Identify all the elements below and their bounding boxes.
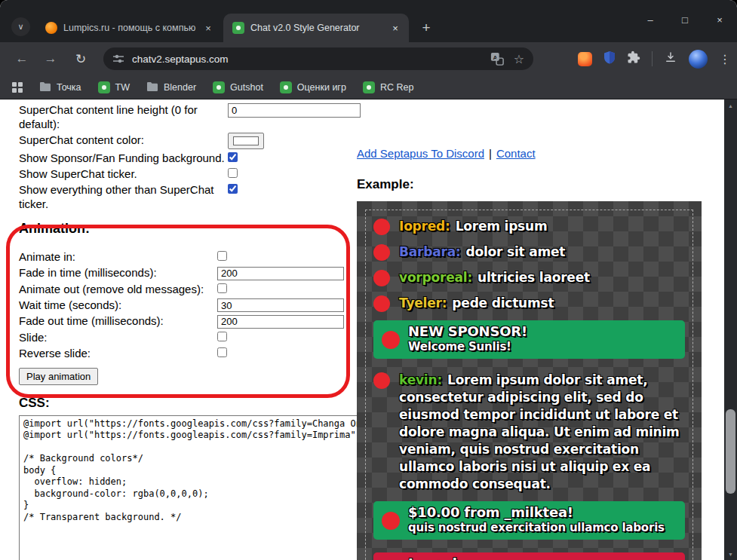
browser-tab-lumpics[interactable]: Lumpics.ru - помощь с компью ×	[36, 14, 222, 42]
setting-label: Reverse slide:	[19, 346, 217, 360]
septapus-favicon-icon	[232, 22, 244, 34]
extensions-puzzle-icon[interactable]	[627, 50, 640, 67]
bookmark-blender[interactable]: Blender	[146, 81, 196, 93]
extension-orange-icon[interactable]	[578, 52, 592, 66]
wait-time-input[interactable]	[217, 298, 344, 312]
setting-row-animate-out: Animate out (remove old messages):	[19, 282, 360, 296]
setting-label: Show SuperChat ticker.	[19, 167, 228, 181]
example-column: Add Septapus To Discord|Contact Example:…	[357, 99, 704, 560]
contact-link[interactable]: Contact	[496, 147, 536, 160]
scroll-down-icon[interactable]: ▼	[724, 548, 737, 560]
css-textarea[interactable]: @import url("https://fonts.googleapis.co…	[19, 415, 358, 560]
play-animation-button[interactable]: Play animation	[19, 368, 98, 385]
content-color-picker[interactable]	[228, 133, 264, 149]
avatar	[373, 244, 390, 261]
show-ticker-checkbox[interactable]	[228, 168, 238, 178]
header-links: Add Septapus To Discord|Contact	[357, 146, 704, 161]
chat-container: Iopred:Lorem ipsum Barbara:dolor sit ame…	[365, 210, 693, 560]
close-window-button[interactable]: ×	[702, 6, 737, 33]
bookmark-ocenki-igr[interactable]: Оценки игр	[280, 81, 346, 93]
tab-search-button[interactable]: ∨	[11, 17, 30, 36]
animate-in-checkbox[interactable]	[217, 251, 227, 261]
chat-message: Iopred:Lorem ipsum	[373, 218, 685, 235]
chat-message-text: pede dictumst	[452, 295, 554, 311]
setting-label: Show Sponsor/Fan Funding background.	[19, 151, 228, 165]
setting-label: Animate out (remove old messages):	[19, 282, 217, 296]
page-scrollbar[interactable]: ▲ ▼	[724, 99, 737, 560]
toolbar-divider	[652, 51, 653, 66]
avatar	[382, 331, 400, 349]
bookmark-label: Gutshot	[230, 82, 263, 93]
setting-row-fade-out: Fade out time (milliseconds):	[19, 314, 360, 329]
site-info-icon[interactable]	[112, 53, 124, 65]
window-titlebar: ∨ Lumpics.ru - помощь с компью × Chat v2…	[0, 0, 737, 42]
show-everything-checkbox[interactable]	[228, 184, 238, 194]
tab-title: Lumpics.ru - помощь с компью	[63, 23, 196, 33]
back-button[interactable]: ←	[14, 50, 30, 67]
fade-in-input[interactable]	[217, 267, 344, 280]
setting-row-content-color: SuperChat content color:	[19, 133, 360, 149]
discord-link[interactable]: Add Septapus To Discord	[357, 147, 484, 160]
chat-message: vorporeal:ultricies laoreet	[373, 269, 685, 286]
scroll-up-icon[interactable]: ▲	[724, 99, 737, 112]
superchat-subtitle: quis nostrud exercitation ullamco labori…	[408, 521, 677, 534]
chat-username: Tyeler:	[399, 295, 447, 311]
bookmark-rc-rep[interactable]: RC Rep	[363, 81, 413, 93]
scrollbar-thumb[interactable]	[726, 409, 735, 494]
forward-button[interactable]: →	[42, 50, 59, 67]
chat-username: kevin:	[399, 372, 442, 387]
tab-title: Chat v2.0 Style Generator	[250, 23, 383, 33]
translate-icon[interactable]: A	[490, 52, 504, 66]
setting-label: Animate in:	[19, 249, 217, 264]
setting-label: SuperChat content line height (0 for def…	[19, 103, 228, 131]
bookmark-label: Точка	[57, 82, 81, 93]
browser-window: ∨ Lumpics.ru - помощь с компью × Chat v2…	[0, 0, 737, 560]
browser-toolbar: ← → ↻ chatv2.septapus.com A ☆	[0, 42, 737, 75]
chat-username: Barbara:	[399, 244, 461, 259]
animate-out-checkbox[interactable]	[217, 283, 227, 293]
browser-menu-icon[interactable]: ⋮	[719, 52, 729, 66]
new-tab-button[interactable]: +	[416, 18, 436, 38]
bookmark-tw[interactable]: TW	[98, 81, 130, 93]
color-swatch	[233, 136, 259, 145]
bookmark-gutshot[interactable]: Gutshot	[213, 81, 263, 93]
bookmark-tochka[interactable]: Точка	[39, 81, 81, 93]
sponsor-banner: NEW SPONSOR! Welcome Sunlis!	[373, 320, 685, 359]
address-bar[interactable]: chatv2.septapus.com A ☆	[103, 47, 533, 70]
reverse-slide-checkbox[interactable]	[217, 347, 227, 357]
fade-out-input[interactable]	[217, 315, 344, 329]
browser-tab-chat-generator[interactable]: Chat v2.0 Style Generator ×	[223, 14, 409, 42]
chevron-down-icon: ∨	[17, 22, 23, 32]
download-icon[interactable]	[664, 50, 677, 67]
close-tab-icon[interactable]: ×	[389, 22, 401, 34]
setting-row-slide: Slide:	[19, 330, 360, 344]
site-favicon-icon	[280, 81, 292, 93]
extension-shield-icon[interactable]	[603, 50, 616, 67]
setting-row-animate-in: Animate in:	[19, 249, 360, 264]
sponsor-subtitle: Welcome Sunlis!	[408, 340, 677, 353]
apps-grid-icon[interactable]	[12, 82, 23, 93]
setting-row-sponsor-bg: Show Sponsor/Fan Funding background.	[19, 151, 360, 165]
css-heading: CSS:	[19, 396, 360, 410]
chat-message: Tyeler:pede dictumst	[373, 295, 685, 312]
chat-message: Barbara:dolor sit amet	[373, 243, 685, 261]
bookmark-label: TW	[115, 82, 130, 93]
slide-checkbox[interactable]	[217, 332, 227, 341]
minimize-button[interactable]: –	[633, 6, 668, 33]
bookmark-star-icon[interactable]: ☆	[514, 52, 524, 66]
site-favicon-icon	[213, 81, 225, 93]
sponsor-bg-checkbox[interactable]	[228, 152, 238, 162]
superchat-banner: $10.00 from _milktea! quis nostrud exerc…	[373, 501, 685, 540]
profile-avatar[interactable]	[689, 50, 708, 69]
site-favicon-icon	[363, 81, 375, 93]
line-height-input[interactable]	[228, 103, 361, 118]
bookmark-label: RC Rep	[380, 82, 413, 93]
chat-message-text: ultricies laoreet	[478, 270, 590, 285]
chat-message-text: Lorem ipsum dolor sit amet, consectetur …	[399, 372, 680, 491]
setting-row-reverse-slide: Reverse slide:	[19, 346, 360, 360]
maximize-button[interactable]: □	[668, 6, 702, 33]
close-tab-icon[interactable]: ×	[202, 22, 214, 34]
reload-button[interactable]: ↻	[72, 50, 89, 67]
chat-preview-panel: Iopred:Lorem ipsum Barbara:dolor sit ame…	[357, 201, 702, 560]
chat-message: kevin:Lorem ipsum dolor sit amet, consec…	[373, 372, 685, 493]
